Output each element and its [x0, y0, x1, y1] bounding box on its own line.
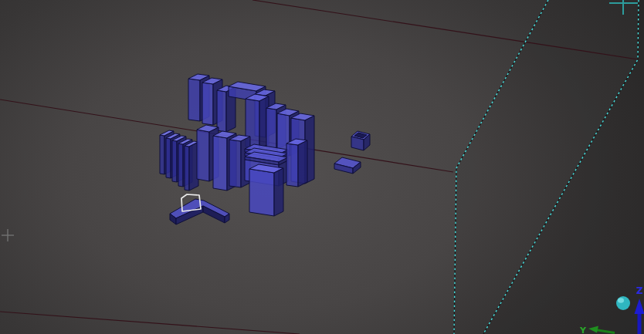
extruded-panel-front[interactable] [188, 79, 200, 121]
extruded-panel-front[interactable] [249, 169, 274, 216]
viewport-canvas[interactable]: ZY [0, 0, 644, 334]
extruded-panel-side[interactable] [298, 140, 307, 187]
fence-slat-front[interactable] [172, 140, 177, 182]
extruded-panel-front[interactable] [202, 83, 213, 125]
extruded-panel-front[interactable] [197, 130, 209, 181]
wireframe-edge-bottom [0, 312, 300, 334]
extruded-panel-front[interactable] [229, 140, 241, 187]
extruded-panel-side[interactable] [274, 168, 283, 216]
fence-slat-front[interactable] [185, 146, 189, 191]
axis-y-label: Y [579, 326, 587, 334]
origin-sphere-highlight [618, 298, 624, 302]
fence-slat-front[interactable] [166, 138, 171, 178]
extruded-panel-front[interactable] [286, 143, 298, 187]
fence-slat-front[interactable] [160, 135, 164, 174]
extruded-panel-front[interactable] [213, 136, 227, 191]
extruded-panel-front[interactable] [266, 108, 276, 150]
fence-slat-front[interactable] [178, 143, 183, 187]
axis-z-label: Z [636, 285, 643, 296]
origin-sphere [616, 296, 630, 310]
extruded-panel-front[interactable] [217, 90, 226, 132]
3d-viewport[interactable]: ZY [0, 0, 644, 334]
